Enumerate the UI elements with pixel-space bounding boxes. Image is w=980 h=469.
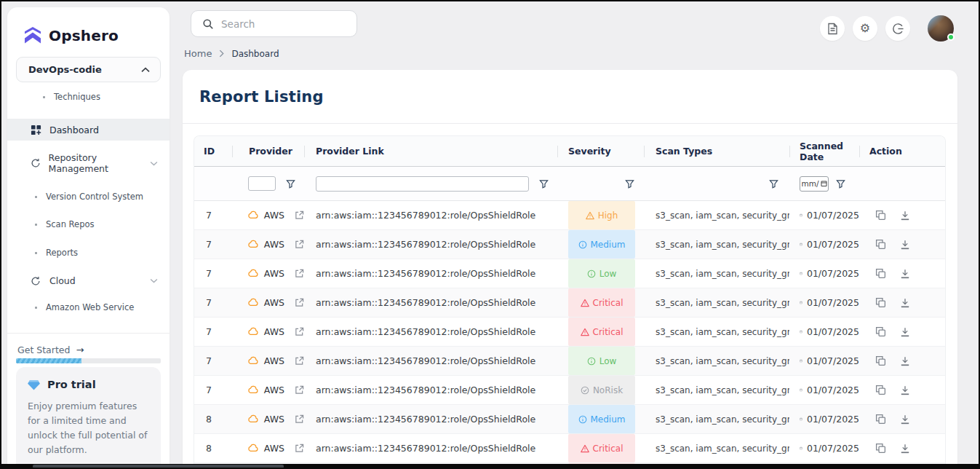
sidebar-item-cloud[interactable]: Cloud [7,275,170,286]
avatar[interactable] [928,15,954,42]
copy-button[interactable] [875,239,886,250]
scanned-date-filter-icon[interactable] [836,179,845,189]
external-link-icon[interactable] [295,444,304,453]
sidebar-item-reports[interactable]: Reports [35,248,170,258]
aws-cloud-icon [247,240,259,249]
cell-provider: AWS [232,405,304,433]
horizontal-scrollbar[interactable] [0,464,980,469]
column-header-scan-types[interactable]: Scan Types [644,136,789,166]
logo: Opshero [23,26,170,44]
external-link-icon[interactable] [295,298,304,307]
table-row: 8 AWS arn:aws:iam::123456789012:role/Ops… [194,434,945,463]
copy-button[interactable] [875,210,886,221]
severity-badge: Critical [568,434,635,462]
cell-severity: Critical [557,318,644,346]
scan-types-filter-icon[interactable] [769,179,778,189]
download-button[interactable] [900,414,910,425]
external-link-icon[interactable] [295,356,304,366]
sidebar-item-techniques[interactable]: Techniques [43,92,170,102]
provider-filter-icon[interactable] [286,179,295,189]
copy-button[interactable] [875,297,886,308]
onboarding-progress-bar [16,358,161,363]
aws-cloud-icon [247,356,259,366]
external-link-icon[interactable] [295,210,304,220]
column-header-scanned-date[interactable]: Scanned Date [789,136,859,166]
download-button[interactable] [900,240,910,250]
copy-button[interactable] [875,385,886,395]
severity-badge: Medium [568,230,635,259]
cell-provider-link: arn:aws:iam::123456789012:role/OpsShield… [304,230,557,259]
column-header-severity[interactable]: Severity [557,136,644,166]
sidebar-item-dashboard[interactable]: Dashboard [7,119,170,141]
sidebar-item-repository-management[interactable]: Repository Management [7,152,170,174]
scrollbar-thumb[interactable] [33,465,284,468]
cell-scanned-date: 01/07/2025 [789,259,859,288]
provider-link-filter-input[interactable] [316,176,529,192]
cell-scan-types: s3_scan, iam_scan, security_grou... [644,347,789,375]
cell-actions [859,318,946,346]
download-button[interactable] [900,385,910,395]
external-link-icon[interactable] [295,385,304,395]
search-box[interactable] [191,10,357,37]
sidebar-item-scan-repos[interactable]: Scan Repos [35,219,170,229]
provider-filter-input[interactable] [248,176,276,191]
column-header-provider-link[interactable]: Provider Link [304,136,557,166]
download-button[interactable] [900,269,910,279]
sync-icon [31,158,41,168]
aws-cloud-icon [247,414,259,424]
severity-icon [587,357,596,366]
severity-badge: Critical [568,288,635,317]
column-header-id[interactable]: ID [194,136,232,166]
scanned-date-filter-input[interactable]: mm/ [800,176,829,192]
severity-badge: High [568,201,635,229]
chevron-right-icon [219,50,224,58]
calendar-icon [800,327,802,336]
cell-provider-link: arn:aws:iam::123456789012:role/OpsShield… [304,288,557,317]
external-link-icon[interactable] [295,240,304,249]
copy-button[interactable] [875,268,886,279]
cell-severity: Low [557,347,644,375]
copy-button[interactable] [875,414,886,425]
provider-link-filter-icon[interactable] [539,179,549,189]
sidebar-item-label: Dashboard [49,125,99,135]
sidebar-item-label: Scan Repos [46,219,95,229]
severity-icon [586,211,594,220]
filter-row: mm/ [194,167,945,201]
document-button[interactable] [820,16,845,41]
external-link-icon[interactable] [295,414,304,424]
copy-button[interactable] [875,326,886,337]
project-selector[interactable]: DevOps-codie [16,57,161,82]
logout-icon [892,23,904,35]
cell-provider-link: arn:aws:iam::123456789012:role/OpsShield… [304,259,557,288]
get-started-link[interactable]: Get Started → [17,344,170,355]
download-button[interactable] [900,298,910,308]
sidebar-item-version-control-system[interactable]: Version Control System [35,192,170,202]
cell-provider-link: arn:aws:iam::123456789012:role/OpsShield… [304,201,557,229]
search-input[interactable] [221,18,348,30]
chevron-up-icon [141,67,150,73]
cell-provider: AWS [232,318,304,346]
cell-severity: Low [557,259,644,288]
severity-filter-icon[interactable] [625,179,634,189]
download-button[interactable] [900,327,910,337]
download-button[interactable] [900,210,910,221]
aws-cloud-icon [247,327,259,336]
external-link-icon[interactable] [295,269,304,278]
cell-provider: AWS [232,259,304,288]
logout-button[interactable] [885,16,910,41]
sidebar-item-amazon-web-service[interactable]: Amazon Web Service [35,302,170,312]
sidebar-divider [7,333,170,334]
external-link-icon[interactable] [295,327,304,336]
breadcrumb-home[interactable]: Home [184,48,212,59]
copy-button[interactable] [875,355,886,366]
download-button[interactable] [900,356,910,366]
sidebar-item-label: Cloud [49,275,76,286]
download-button[interactable] [900,444,910,454]
settings-button[interactable]: ⚙ [853,16,877,41]
column-header-provider[interactable]: Provider [232,136,304,166]
column-header-action[interactable]: Action [859,136,946,166]
sidebar-item-label: Techniques [54,92,100,102]
table-row: 7 AWS arn:aws:iam::123456789012:role/Ops… [194,201,945,230]
table-row: 7 AWS arn:aws:iam::123456789012:role/Ops… [194,288,945,318]
copy-button[interactable] [875,443,886,454]
